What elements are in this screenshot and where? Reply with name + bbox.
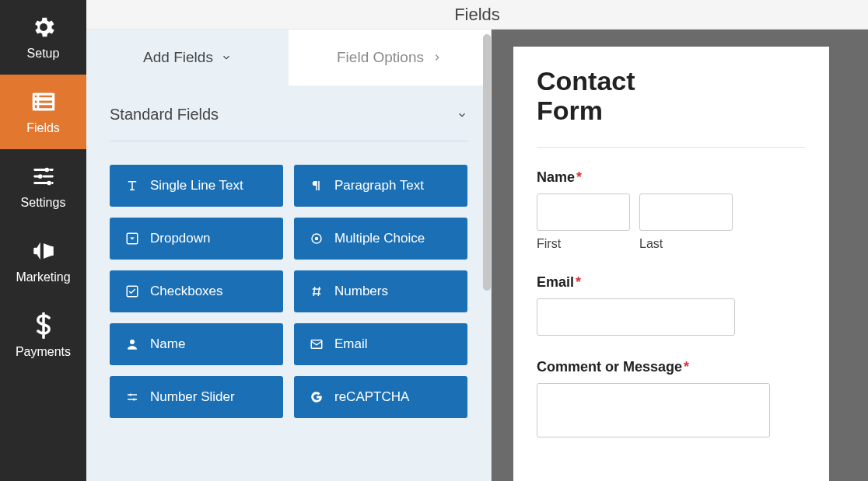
user-icon	[125, 337, 139, 351]
svg-point-13	[133, 399, 135, 401]
svg-point-10	[130, 340, 135, 344]
field-label: Paragraph Text	[334, 178, 424, 193]
google-icon	[310, 390, 324, 404]
first-sublabel: First	[537, 237, 630, 251]
nav-setup-label: Setup	[27, 47, 60, 61]
field-buttons-grid: Single Line Text Paragraph Text Dropdown…	[86, 165, 491, 441]
list-icon	[30, 89, 57, 115]
nav-payments[interactable]: Payments	[0, 298, 86, 373]
paragraph-icon	[310, 179, 324, 193]
nav-settings[interactable]: Settings	[0, 149, 86, 224]
field-email[interactable]: Email	[294, 323, 467, 365]
sliders-icon	[30, 163, 57, 190]
panel-tabs: Add Fields Field Options	[86, 30, 491, 85]
field-label: Email	[334, 336, 368, 352]
preview-area: Contact Form Name* First Last	[492, 30, 868, 481]
gear-icon	[30, 14, 57, 40]
field-single-line-text[interactable]: Single Line Text	[110, 165, 283, 207]
nav-settings-label: Settings	[21, 196, 66, 210]
required-asterisk: *	[576, 274, 581, 290]
svg-point-12	[129, 394, 131, 396]
field-label: reCAPTCHA	[334, 389, 409, 405]
svg-rect-0	[33, 94, 54, 110]
chevron-down-icon	[221, 52, 232, 63]
field-label: Name	[150, 336, 185, 352]
tab-field-options-label: Field Options	[337, 49, 424, 66]
form-title-line2: Form	[537, 96, 603, 125]
hash-icon	[310, 284, 324, 298]
sidebar: Setup Fields Settings Marketing Payments	[0, 0, 86, 481]
dollar-icon	[30, 312, 57, 339]
text-icon	[125, 179, 139, 193]
first-name-input[interactable]	[537, 193, 630, 231]
required-asterisk: *	[576, 169, 582, 185]
form-title-line1: Contact	[537, 66, 635, 96]
field-label: Numbers	[334, 284, 388, 299]
section-title: Standard Fields	[110, 106, 219, 124]
svg-point-3	[44, 168, 49, 173]
nav-fields[interactable]: Fields	[0, 75, 86, 149]
svg-point-8	[315, 237, 319, 241]
chevron-down-icon	[457, 110, 467, 120]
page-title: Fields	[454, 5, 500, 25]
form-preview: Contact Form Name* First Last	[513, 47, 829, 481]
sliders-icon	[125, 390, 139, 404]
field-dropdown[interactable]: Dropdown	[110, 218, 283, 260]
field-number-slider[interactable]: Number Slider	[110, 376, 283, 418]
field-label: Number Slider	[150, 389, 235, 405]
required-asterisk: *	[684, 359, 689, 375]
body: Add Fields Field Options Standard Fields…	[86, 30, 868, 481]
comment-textarea[interactable]	[537, 383, 770, 437]
nav-marketing[interactable]: Marketing	[0, 224, 86, 298]
main: Fields Add Fields Field Options Standard…	[86, 0, 868, 481]
comment-label: Comment or Message*	[537, 359, 806, 375]
svg-point-4	[37, 174, 42, 179]
field-label: Single Line Text	[150, 178, 243, 193]
svg-point-5	[47, 181, 51, 186]
field-paragraph-text[interactable]: Paragraph Text	[294, 165, 467, 207]
tab-field-options[interactable]: Field Options	[289, 30, 491, 85]
form-field-comment: Comment or Message*	[537, 359, 806, 437]
nav-fields-label: Fields	[26, 121, 60, 135]
bullhorn-icon	[30, 238, 57, 264]
standard-fields-section: Standard Fields	[86, 85, 491, 165]
envelope-icon	[310, 337, 324, 351]
name-label: Name*	[537, 169, 806, 186]
nav-marketing-label: Marketing	[16, 270, 70, 284]
last-name-input[interactable]	[639, 193, 733, 231]
form-field-email: Email*	[537, 274, 806, 336]
email-input[interactable]	[537, 298, 735, 336]
field-label: Dropdown	[150, 231, 211, 246]
form-title: Contact Form	[537, 67, 806, 148]
field-label: Checkboxes	[150, 284, 223, 299]
radio-icon	[310, 232, 324, 246]
chevron-right-icon	[432, 52, 443, 63]
section-header[interactable]: Standard Fields	[110, 106, 467, 141]
tab-add-fields-label: Add Fields	[143, 49, 213, 66]
field-recaptcha[interactable]: reCAPTCHA	[294, 376, 467, 418]
last-sublabel: Last	[639, 237, 733, 251]
fields-panel: Add Fields Field Options Standard Fields…	[86, 30, 492, 481]
nav-setup[interactable]: Setup	[0, 0, 86, 75]
nav-payments-label: Payments	[16, 345, 71, 359]
panel-scrollbar[interactable]	[483, 34, 491, 291]
field-label: Multiple Choice	[334, 231, 425, 246]
field-checkboxes[interactable]: Checkboxes	[110, 270, 283, 312]
caret-square-icon	[125, 232, 139, 246]
tab-add-fields[interactable]: Add Fields	[86, 30, 289, 85]
email-label: Email*	[537, 274, 806, 291]
form-field-name: Name* First Last	[537, 169, 806, 251]
page-header: Fields	[86, 0, 868, 30]
field-multiple-choice[interactable]: Multiple Choice	[294, 218, 467, 260]
field-numbers[interactable]: Numbers	[294, 270, 467, 312]
field-name[interactable]: Name	[110, 323, 283, 365]
check-square-icon	[125, 284, 139, 298]
